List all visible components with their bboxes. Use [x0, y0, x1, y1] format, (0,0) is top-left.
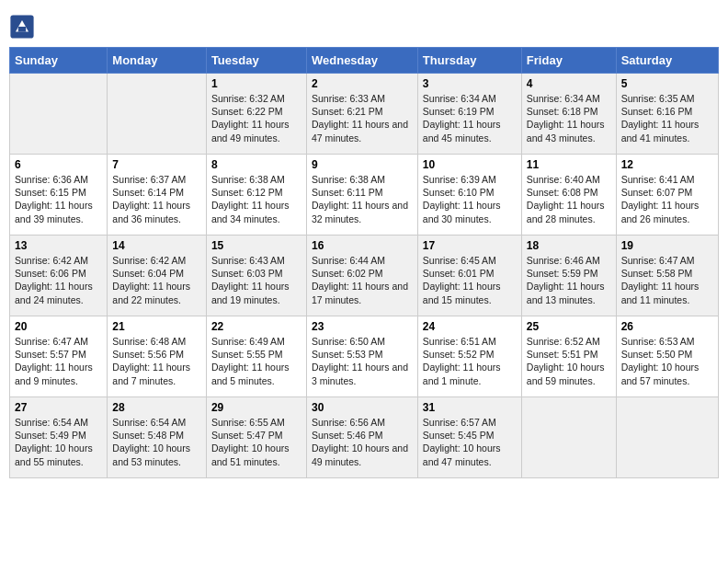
day-number: 21	[112, 320, 201, 333]
day-number: 6	[15, 158, 102, 171]
day-info: Sunrise: 6:34 AMSunset: 6:18 PMDaylight:…	[527, 92, 611, 144]
day-info: Sunrise: 6:56 AMSunset: 5:46 PMDaylight:…	[312, 416, 413, 468]
logo-icon	[9, 14, 35, 40]
day-number: 19	[621, 239, 713, 252]
header-tuesday: Tuesday	[206, 48, 306, 74]
calendar-week-row: 13Sunrise: 6:42 AMSunset: 6:06 PMDayligh…	[10, 236, 719, 316]
calendar-cell: 2Sunrise: 6:33 AMSunset: 6:21 PMDaylight…	[306, 74, 417, 155]
calendar-cell: 30Sunrise: 6:56 AMSunset: 5:46 PMDayligh…	[306, 397, 417, 478]
day-number: 2	[312, 77, 413, 90]
day-info: Sunrise: 6:53 AMSunset: 5:50 PMDaylight:…	[621, 335, 713, 387]
day-number: 17	[423, 239, 517, 252]
header-sunday: Sunday	[10, 48, 108, 74]
day-number: 3	[423, 77, 517, 90]
day-info: Sunrise: 6:48 AMSunset: 5:56 PMDaylight:…	[112, 335, 201, 387]
day-info: Sunrise: 6:54 AMSunset: 5:49 PMDaylight:…	[15, 416, 102, 468]
header-thursday: Thursday	[417, 48, 521, 74]
calendar-cell: 9Sunrise: 6:38 AMSunset: 6:11 PMDaylight…	[306, 155, 417, 236]
day-info: Sunrise: 6:38 AMSunset: 6:11 PMDaylight:…	[312, 173, 413, 225]
day-info: Sunrise: 6:40 AMSunset: 6:08 PMDaylight:…	[527, 173, 611, 225]
calendar-cell: 4Sunrise: 6:34 AMSunset: 6:18 PMDaylight…	[521, 74, 616, 155]
header-friday: Friday	[521, 48, 616, 74]
calendar-week-row: 27Sunrise: 6:54 AMSunset: 5:49 PMDayligh…	[10, 397, 719, 478]
day-number: 30	[312, 401, 413, 414]
day-number: 28	[112, 401, 201, 414]
day-number: 11	[527, 158, 611, 171]
calendar-week-row: 1Sunrise: 6:32 AMSunset: 6:22 PMDaylight…	[10, 74, 719, 155]
calendar-cell: 7Sunrise: 6:37 AMSunset: 6:14 PMDaylight…	[108, 155, 207, 236]
day-info: Sunrise: 6:39 AMSunset: 6:10 PMDaylight:…	[423, 173, 517, 225]
day-number: 4	[527, 77, 611, 90]
calendar-cell: 19Sunrise: 6:47 AMSunset: 5:58 PMDayligh…	[616, 236, 718, 316]
calendar-cell: 13Sunrise: 6:42 AMSunset: 6:06 PMDayligh…	[10, 236, 108, 316]
calendar-cell: 12Sunrise: 6:41 AMSunset: 6:07 PMDayligh…	[616, 155, 718, 236]
day-number: 1	[211, 77, 301, 90]
calendar-cell: 14Sunrise: 6:42 AMSunset: 6:04 PMDayligh…	[108, 236, 207, 316]
calendar-cell: 21Sunrise: 6:48 AMSunset: 5:56 PMDayligh…	[108, 316, 207, 397]
day-info: Sunrise: 6:36 AMSunset: 6:15 PMDaylight:…	[15, 173, 102, 225]
calendar-cell	[108, 74, 207, 155]
day-number: 24	[423, 320, 517, 333]
day-info: Sunrise: 6:35 AMSunset: 6:16 PMDaylight:…	[621, 92, 713, 144]
day-number: 5	[621, 77, 713, 90]
day-info: Sunrise: 6:50 AMSunset: 5:53 PMDaylight:…	[312, 335, 413, 387]
day-info: Sunrise: 6:34 AMSunset: 6:19 PMDaylight:…	[423, 92, 517, 144]
day-info: Sunrise: 6:46 AMSunset: 5:59 PMDaylight:…	[527, 254, 611, 306]
day-number: 10	[423, 158, 517, 171]
day-number: 15	[211, 239, 301, 252]
day-number: 16	[312, 239, 413, 252]
day-info: Sunrise: 6:42 AMSunset: 6:06 PMDaylight:…	[15, 254, 102, 306]
svg-rect-2	[18, 27, 26, 32]
day-number: 14	[112, 239, 201, 252]
day-number: 31	[423, 401, 517, 414]
calendar-cell: 5Sunrise: 6:35 AMSunset: 6:16 PMDaylight…	[616, 74, 718, 155]
day-number: 13	[15, 239, 102, 252]
calendar-week-row: 20Sunrise: 6:47 AMSunset: 5:57 PMDayligh…	[10, 316, 719, 397]
header-monday: Monday	[108, 48, 207, 74]
calendar-cell: 26Sunrise: 6:53 AMSunset: 5:50 PMDayligh…	[616, 316, 718, 397]
day-number: 7	[112, 158, 201, 171]
calendar-cell: 28Sunrise: 6:54 AMSunset: 5:48 PMDayligh…	[108, 397, 207, 478]
day-number: 26	[621, 320, 713, 333]
calendar-cell	[10, 74, 108, 155]
calendar-cell: 29Sunrise: 6:55 AMSunset: 5:47 PMDayligh…	[206, 397, 306, 478]
day-info: Sunrise: 6:43 AMSunset: 6:03 PMDaylight:…	[211, 254, 301, 306]
calendar-cell: 6Sunrise: 6:36 AMSunset: 6:15 PMDaylight…	[10, 155, 108, 236]
day-info: Sunrise: 6:47 AMSunset: 5:58 PMDaylight:…	[621, 254, 713, 306]
calendar-cell	[521, 397, 616, 478]
day-info: Sunrise: 6:41 AMSunset: 6:07 PMDaylight:…	[621, 173, 713, 225]
day-number: 12	[621, 158, 713, 171]
calendar-cell: 17Sunrise: 6:45 AMSunset: 6:01 PMDayligh…	[417, 236, 521, 316]
calendar-cell: 25Sunrise: 6:52 AMSunset: 5:51 PMDayligh…	[521, 316, 616, 397]
day-info: Sunrise: 6:42 AMSunset: 6:04 PMDaylight:…	[112, 254, 201, 306]
calendar-cell: 8Sunrise: 6:38 AMSunset: 6:12 PMDaylight…	[206, 155, 306, 236]
header-wednesday: Wednesday	[306, 48, 417, 74]
header-saturday: Saturday	[616, 48, 718, 74]
day-info: Sunrise: 6:52 AMSunset: 5:51 PMDaylight:…	[527, 335, 611, 387]
day-number: 8	[211, 158, 301, 171]
day-info: Sunrise: 6:32 AMSunset: 6:22 PMDaylight:…	[211, 92, 301, 144]
calendar-cell: 11Sunrise: 6:40 AMSunset: 6:08 PMDayligh…	[521, 155, 616, 236]
page-header	[9, 9, 719, 40]
day-number: 18	[527, 239, 611, 252]
calendar-cell: 31Sunrise: 6:57 AMSunset: 5:45 PMDayligh…	[417, 397, 521, 478]
day-number: 29	[211, 401, 301, 414]
day-info: Sunrise: 6:45 AMSunset: 6:01 PMDaylight:…	[423, 254, 517, 306]
day-info: Sunrise: 6:57 AMSunset: 5:45 PMDaylight:…	[423, 416, 517, 468]
calendar-cell: 24Sunrise: 6:51 AMSunset: 5:52 PMDayligh…	[417, 316, 521, 397]
calendar-table: SundayMondayTuesdayWednesdayThursdayFrid…	[9, 47, 719, 478]
calendar-cell: 18Sunrise: 6:46 AMSunset: 5:59 PMDayligh…	[521, 236, 616, 316]
day-info: Sunrise: 6:38 AMSunset: 6:12 PMDaylight:…	[211, 173, 301, 225]
calendar-cell: 16Sunrise: 6:44 AMSunset: 6:02 PMDayligh…	[306, 236, 417, 316]
day-info: Sunrise: 6:55 AMSunset: 5:47 PMDaylight:…	[211, 416, 301, 468]
calendar-cell: 15Sunrise: 6:43 AMSunset: 6:03 PMDayligh…	[206, 236, 306, 316]
day-info: Sunrise: 6:37 AMSunset: 6:14 PMDaylight:…	[112, 173, 201, 225]
day-info: Sunrise: 6:44 AMSunset: 6:02 PMDaylight:…	[312, 254, 413, 306]
calendar-cell: 20Sunrise: 6:47 AMSunset: 5:57 PMDayligh…	[10, 316, 108, 397]
calendar-cell: 23Sunrise: 6:50 AMSunset: 5:53 PMDayligh…	[306, 316, 417, 397]
day-info: Sunrise: 6:54 AMSunset: 5:48 PMDaylight:…	[112, 416, 201, 468]
calendar-header-row: SundayMondayTuesdayWednesdayThursdayFrid…	[10, 48, 719, 74]
calendar-cell: 27Sunrise: 6:54 AMSunset: 5:49 PMDayligh…	[10, 397, 108, 478]
day-number: 22	[211, 320, 301, 333]
day-info: Sunrise: 6:33 AMSunset: 6:21 PMDaylight:…	[312, 92, 413, 144]
